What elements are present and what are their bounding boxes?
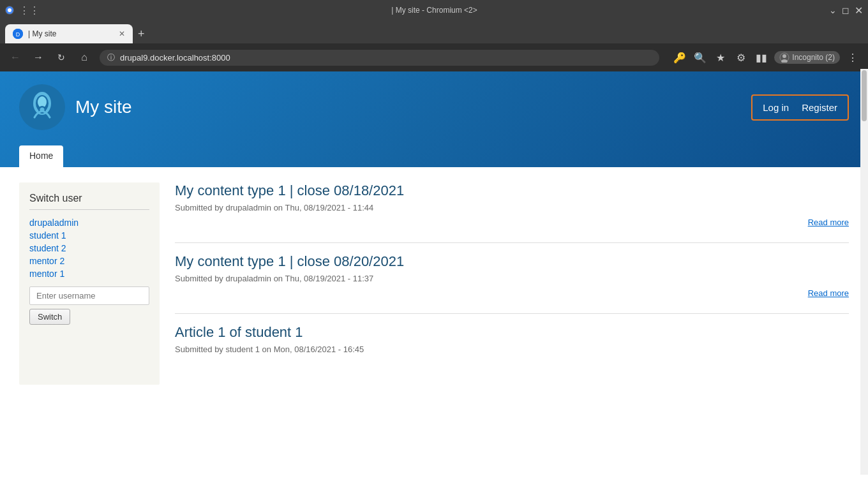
user-links-list: drupaladmin student 1 student 2 mentor 2… [29,218,149,279]
user-link-2[interactable]: student 2 [29,243,149,253]
home-nav-tab[interactable]: Home [19,145,63,167]
restore-icon[interactable]: ◻ [842,5,849,15]
content-meta-2: Submitted by student 1 on Mon, 08/16/202… [175,345,849,354]
user-link-3[interactable]: mentor 2 [29,256,149,266]
content-meta-1: Submitted by drupaladmin on Thu, 08/19/2… [175,274,849,283]
tab-title: | My site [28,29,114,38]
back-button[interactable]: ← [8,52,23,63]
switch-button[interactable]: Switch [29,309,70,325]
apps-icon[interactable]: ⋮⋮ [19,4,40,17]
site-title: My site [75,97,132,117]
lock-icon: ⓘ [107,52,115,63]
close-icon[interactable]: ✕ [855,4,863,17]
sidebar-block-title: Switch user [29,193,149,210]
svg-text:D: D [16,31,20,38]
menu-icon[interactable]: ⋮ [845,52,860,64]
zoom-icon[interactable]: 🔍 [692,52,708,64]
scrollbar-track[interactable] [860,69,868,475]
content-title-0[interactable]: My content type 1 | close 08/18/2021 [175,182,849,199]
minimize-icon[interactable]: ⌄ [829,5,837,15]
tab-close-icon[interactable]: ✕ [119,29,125,38]
chrome-icon [5,6,14,15]
register-link[interactable]: Register [802,100,837,115]
svg-point-5 [782,54,786,58]
home-button[interactable]: ⌂ [77,52,92,63]
user-link-4[interactable]: mentor 1 [29,269,149,279]
user-link-0[interactable]: drupaladmin [29,218,149,228]
browser-tab[interactable]: D | My site ✕ [5,24,133,43]
url-display: drupal9.docker.localhost:8000 [120,53,230,63]
login-link[interactable]: Log in [763,100,789,115]
auth-nav-highlight: Log in Register [751,94,849,121]
content-item-0: My content type 1 | close 08/18/2021 Sub… [175,182,849,243]
reload-button[interactable]: ↻ [54,52,69,63]
incognito-label: Incognito (2) [792,53,835,62]
incognito-badge[interactable]: Incognito (2) [774,51,840,64]
read-more-0[interactable]: Read more [808,218,849,227]
site-logo [19,84,65,130]
puzzle-icon[interactable]: ⚙ [733,52,749,64]
address-bar[interactable]: ⓘ drupal9.docker.localhost:8000 [100,50,659,66]
new-tab-button[interactable]: + [133,24,150,43]
content-item-1: My content type 1 | close 08/20/2021 Sub… [175,253,849,314]
user-link-1[interactable]: student 1 [29,230,149,241]
browser-title: | My site - Chromium <2> [40,6,829,15]
content-title-2[interactable]: Article 1 of student 1 [175,324,849,341]
cast-icon[interactable]: ▮▮ [754,52,769,64]
forward-button[interactable]: → [31,52,46,63]
key-icon[interactable]: 🔑 [672,52,687,64]
username-input[interactable] [29,286,149,305]
content-area: My content type 1 | close 08/18/2021 Sub… [175,182,849,385]
tab-favicon: D [13,29,23,39]
switch-user-sidebar: Switch user drupaladmin student 1 studen… [19,182,160,385]
star-icon[interactable]: ★ [713,52,728,64]
read-more-1[interactable]: Read more [808,288,849,298]
svg-point-1 [8,8,11,12]
content-item-2: Article 1 of student 1 Submitted by stud… [175,324,849,375]
content-title-1[interactable]: My content type 1 | close 08/20/2021 [175,253,849,270]
scrollbar-thumb[interactable] [862,70,867,121]
content-meta-0: Submitted by drupaladmin on Thu, 08/19/2… [175,203,849,212]
